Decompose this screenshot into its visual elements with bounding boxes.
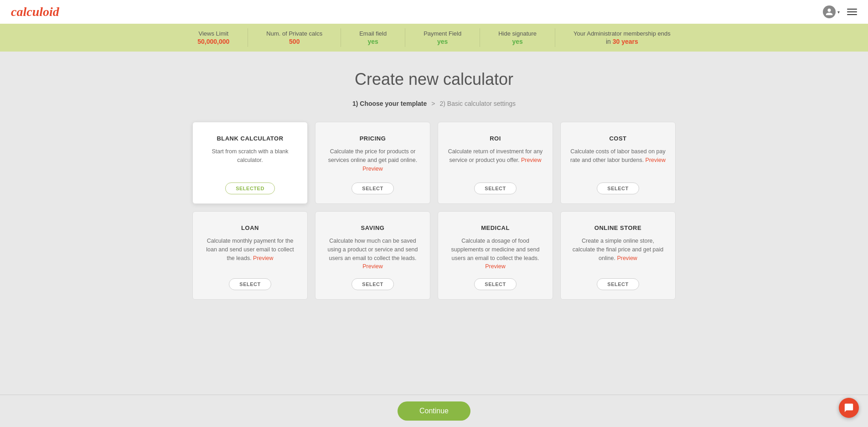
stat-private-calcs-label: Num. of Private calcs — [266, 30, 322, 37]
card-cost-select-button[interactable]: SELECT — [597, 182, 639, 194]
card-blank-select-button[interactable]: SELECTED — [225, 182, 275, 194]
card-loan-desc: Calculate monthly payment for the loan a… — [202, 237, 298, 271]
card-roi-select-button[interactable]: SELECT — [474, 182, 516, 194]
stat-views-limit-label: Views Limit — [199, 30, 229, 37]
card-pricing-title: PRICING — [360, 135, 386, 142]
card-online-store-title: ONLINE STORE — [594, 224, 641, 231]
step-arrow: > — [431, 100, 435, 107]
logo: calculoid — [11, 5, 59, 19]
step-1: 1) Choose your template — [352, 100, 427, 107]
stat-email-field-label: Email field — [359, 30, 387, 37]
card-online-store-btn-area: SELECT — [597, 278, 639, 290]
membership-years-text: 30 years — [613, 38, 638, 45]
card-saving-desc: Calculate how much can be saved using a … — [325, 237, 421, 271]
card-saving-btn-area: SELECT — [351, 278, 393, 290]
card-online-store-select-button[interactable]: SELECT — [597, 278, 639, 290]
online-store-preview-link[interactable]: Preview — [617, 255, 637, 261]
card-saving[interactable]: SAVING Calculate how much can be saved u… — [315, 211, 430, 300]
stat-payment-field-label: Payment Field — [424, 30, 461, 37]
card-roi-desc: Calculate return of investment for any s… — [447, 147, 543, 175]
membership-in-text: in — [606, 38, 611, 45]
loan-preview-link[interactable]: Preview — [253, 255, 273, 261]
stats-bar: Views Limit 50,000,000 Num. of Private c… — [0, 24, 868, 52]
roi-preview-link[interactable]: Preview — [521, 157, 541, 163]
header-right: ▾ — [823, 5, 857, 18]
card-grid: BLANK CALCULATOR Start from scratch with… — [192, 122, 676, 300]
page-title: Create new calculator — [192, 70, 676, 89]
avatar-button[interactable]: ▾ — [823, 5, 840, 18]
continue-button[interactable]: Continue — [398, 401, 470, 421]
stat-membership: Your Administrator membership ends in 30… — [555, 28, 689, 47]
main-content: Create new calculator 1) Choose your tem… — [183, 52, 685, 336]
chevron-down-icon: ▾ — [837, 10, 840, 15]
card-blank-btn-area: SELECTED — [225, 182, 275, 194]
stat-views-limit-value: 50,000,000 — [197, 38, 229, 45]
stat-hide-signature: Hide signature yes — [480, 28, 555, 47]
card-roi-title: ROI — [490, 135, 501, 142]
card-cost[interactable]: COST Calculate costs of labor based on p… — [560, 122, 676, 204]
card-pricing-select-button[interactable]: SELECT — [351, 182, 393, 194]
pricing-preview-link[interactable]: Preview — [362, 166, 382, 172]
chat-bubble-button[interactable] — [839, 398, 859, 418]
card-blank-desc: Start from scratch with a blank calculat… — [202, 147, 298, 175]
card-medical-select-button[interactable]: SELECT — [474, 278, 516, 290]
footer-bar: Continue — [0, 395, 868, 427]
stat-membership-value: in 30 years — [606, 38, 638, 45]
header: calculoid ▾ — [0, 0, 868, 24]
card-cost-btn-area: SELECT — [597, 182, 639, 194]
stat-private-calcs-value: 500 — [289, 38, 300, 45]
card-online-store[interactable]: ONLINE STORE Create a simple online stor… — [560, 211, 676, 300]
card-roi[interactable]: ROI Calculate return of investment for a… — [438, 122, 553, 204]
card-blank[interactable]: BLANK CALCULATOR Start from scratch with… — [192, 122, 308, 204]
stat-hide-signature-value: yes — [512, 38, 522, 45]
card-medical-btn-area: SELECT — [474, 278, 516, 290]
card-loan-select-button[interactable]: SELECT — [229, 278, 271, 290]
card-loan-title: LOAN — [241, 224, 259, 231]
step-2: 2) Basic calculator settings — [440, 100, 516, 107]
avatar — [823, 5, 836, 18]
stat-email-field: Email field yes — [341, 28, 405, 47]
stat-membership-label: Your Administrator membership ends — [574, 30, 671, 37]
card-cost-title: COST — [609, 135, 626, 142]
card-pricing-btn-area: SELECT — [351, 182, 393, 194]
card-online-store-desc: Create a simple online store, calculate … — [570, 237, 666, 271]
card-medical-title: MEDICAL — [481, 224, 510, 231]
card-medical[interactable]: MEDICAL Calculate a dosage of food suppl… — [438, 211, 553, 300]
hamburger-menu[interactable] — [847, 9, 857, 15]
card-loan[interactable]: LOAN Calculate monthly payment for the l… — [192, 211, 308, 300]
cost-preview-link[interactable]: Preview — [646, 157, 666, 163]
medical-preview-link[interactable]: Preview — [485, 263, 505, 270]
stat-payment-field: Payment Field yes — [405, 28, 480, 47]
card-loan-btn-area: SELECT — [229, 278, 271, 290]
card-medical-desc: Calculate a dosage of food supplements o… — [447, 237, 543, 271]
stat-private-calcs: Num. of Private calcs 500 — [248, 28, 341, 47]
steps-bar: 1) Choose your template > 2) Basic calcu… — [192, 100, 676, 107]
card-saving-title: SAVING — [361, 224, 385, 231]
chat-icon — [844, 403, 854, 413]
card-roi-btn-area: SELECT — [474, 182, 516, 194]
card-cost-desc: Calculate costs of labor based on pay ra… — [570, 147, 666, 175]
saving-preview-link[interactable]: Preview — [362, 263, 382, 270]
card-saving-select-button[interactable]: SELECT — [351, 278, 393, 290]
card-blank-title: BLANK CALCULATOR — [217, 135, 283, 142]
stat-email-field-value: yes — [367, 38, 378, 45]
stat-hide-signature-label: Hide signature — [498, 30, 537, 37]
stat-payment-field-value: yes — [437, 38, 448, 45]
card-pricing-desc: Calculate the price for products or serv… — [325, 147, 421, 175]
card-pricing[interactable]: PRICING Calculate the price for products… — [315, 122, 430, 204]
stat-views-limit: Views Limit 50,000,000 — [179, 28, 248, 47]
